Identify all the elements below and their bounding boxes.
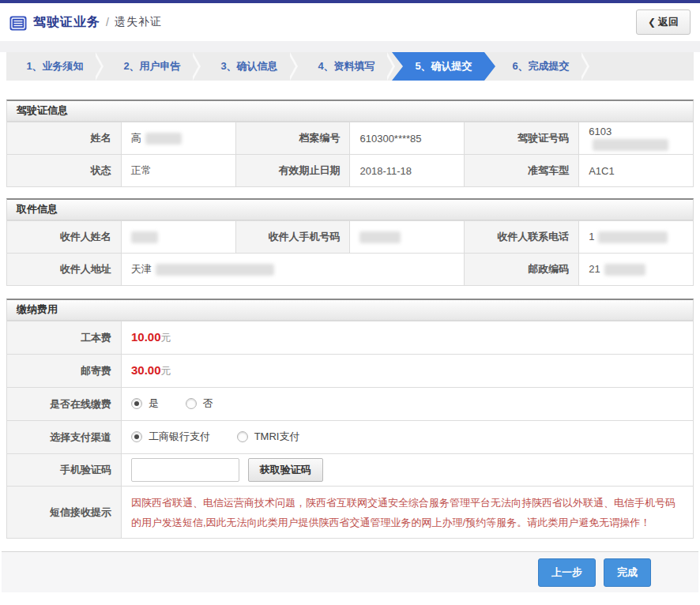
field-value-expiry-date: 2018-11-18 [350,155,465,187]
section-license-info: 驾驶证信息 姓名 高 档案编号 610300****85 驾驶证号码 6103 … [6,100,694,187]
field-value-mailing-fee: 30.00元 [122,355,694,388]
header-divider-band [0,41,700,52]
field-label-sms-code: 手机验证码 [7,454,122,487]
step-2-user-declaration: 2、用户申告 [103,52,201,81]
field-value-recipient-mobile [350,221,465,254]
field-label-production-fee: 工本费 [7,321,122,355]
section-pickup-info: 取件信息 收件人姓名 收件人手机号码 收件人联系电话 1 收件人地址 天津 邮政… [6,198,694,286]
step-3-confirm-info: 3、确认信息 [201,52,298,81]
field-label-pay-online: 是否在线缴费 [7,388,122,421]
sms-notice-text: 因陕西省联通、电信运营商技术问题，陕西省互联网交通安全综合服务管理平台无法向持陕… [131,493,683,532]
table-row: 姓名 高 档案编号 610300****85 驾驶证号码 6103 [7,122,694,155]
table-row: 工本费 10.00元 [7,321,694,355]
radio-label: 否 [203,396,213,411]
table-row: 选择支付渠道 工商银行支付 TMRI支付 [7,421,694,454]
table-row: 手机验证码 获取验证码 [7,454,694,487]
page-title: 驾驶证业务 [33,14,100,31]
field-label-file-number: 档案编号 [235,122,350,155]
field-label-status: 状态 [7,155,122,187]
footer-action-bar: 上一步 完成 [2,551,698,592]
field-value-sms-code: 获取验证码 [122,454,694,487]
radio-icon[interactable] [186,398,197,409]
field-label-recipient-phone: 收件人联系电话 [465,221,579,254]
radio-icon[interactable] [237,431,248,442]
field-label-sms-notice: 短信接收提示 [7,487,122,539]
sms-code-input[interactable] [131,458,239,482]
field-value-production-fee: 10.00元 [122,321,694,355]
breadcrumb-separator: / [106,16,109,28]
radio-icon[interactable] [131,398,142,409]
step-5-confirm-submit-active: 5、确认提交 [392,52,495,81]
table-row: 收件人姓名 收件人手机号码 收件人联系电话 1 [7,221,694,254]
table-row: 收件人地址 天津 邮政编码 21 [7,254,694,286]
redaction-blur [604,264,645,276]
radio-label: TMRI支付 [254,430,300,444]
redaction-blur [593,139,668,151]
license-form-icon [9,16,27,31]
table-row: 邮寄费 30.00元 [7,355,694,388]
chevron-left-icon: ❮ [648,17,656,28]
page: 驾驶证业务 / 遗失补证 ❮返回 1、业务须知 2、用户申告 3、确认信息 4、… [0,0,700,605]
field-value-recipient-address: 天津 [121,254,465,286]
license-info-table: 姓名 高 档案编号 610300****85 驾驶证号码 6103 状态 正常 … [6,122,694,187]
finish-button[interactable]: 完成 [604,558,651,587]
field-label-name: 姓名 [7,122,122,155]
radio-option-icbc-pay[interactable]: 工商银行支付 [131,430,210,444]
section-fees: 缴纳费用 工本费 10.00元 邮寄费 30.00元 是否在线缴费 是 否 选择… [6,299,694,539]
field-label-recipient-address: 收件人地址 [7,254,122,286]
radio-icon[interactable] [131,431,142,442]
step-bar-filler [589,52,694,81]
section-title-pickup: 取件信息 [6,198,694,220]
radio-label: 是 [149,396,159,411]
field-value-license-number: 6103 [579,122,694,155]
redaction-blur [359,231,401,243]
field-label-postal-code: 邮政编码 [465,254,579,286]
get-sms-code-button[interactable]: 获取验证码 [248,458,323,482]
radio-option-no[interactable]: 否 [186,396,213,411]
section-title-license: 驾驶证信息 [6,100,694,122]
radio-option-yes[interactable]: 是 [131,396,159,411]
field-value-payment-channel: 工商银行支付 TMRI支付 [122,421,694,454]
back-button-label: 返回 [658,16,679,28]
table-row: 状态 正常 有效期止日期 2018-11-18 准驾车型 A1C1 [7,155,694,187]
radio-option-tmri-pay[interactable]: TMRI支付 [237,430,300,444]
field-value-file-number: 610300****85 [350,122,465,155]
fees-table: 工本费 10.00元 邮寄费 30.00元 是否在线缴费 是 否 选择支付渠道 … [6,321,694,539]
fee-unit: 元 [161,365,171,377]
field-value-vehicle-class: A1C1 [579,155,694,187]
header: 驾驶证业务 / 遗失补证 ❮返回 [0,3,700,41]
previous-step-button[interactable]: 上一步 [538,558,596,587]
step-progress-bar: 1、业务须知 2、用户申告 3、确认信息 4、资料填写 5、确认提交 6、完成提… [6,52,694,81]
field-label-mailing-fee: 邮寄费 [7,355,122,388]
table-row: 短信接收提示 因陕西省联通、电信运营商技术问题，陕西省互联网交通安全综合服务管理… [7,487,694,539]
fee-amount: 30.00 [131,363,161,377]
fee-unit: 元 [161,332,171,344]
field-value-postal-code: 21 [579,254,694,286]
redaction-blur [598,231,668,243]
fee-amount: 10.00 [131,330,161,344]
step-4-fill-data: 4、资料填写 [298,52,395,81]
back-button[interactable]: ❮返回 [636,9,691,35]
field-value-pay-online: 是 否 [122,388,694,421]
field-label-expiry-date: 有效期止日期 [235,155,350,187]
step-6-complete-submit: 6、完成提交 [492,52,589,81]
field-value-sms-notice: 因陕西省联通、电信运营商技术问题，陕西省互联网交通安全综合服务管理平台无法向持陕… [122,487,694,539]
redaction-blur [131,231,158,243]
radio-label: 工商银行支付 [149,430,210,444]
field-value-recipient-name [121,221,235,254]
redaction-blur [156,264,274,276]
step-1-business-notice: 1、业务须知 [6,52,103,81]
pickup-info-table: 收件人姓名 收件人手机号码 收件人联系电话 1 收件人地址 天津 邮政编码 21 [6,220,694,286]
field-label-recipient-name: 收件人姓名 [7,221,122,254]
section-title-fees: 缴纳费用 [6,299,694,321]
field-value-status: 正常 [121,155,235,187]
field-label-vehicle-class: 准驾车型 [465,155,579,187]
breadcrumb-current: 遗失补证 [115,15,162,29]
field-label-license-number: 驾驶证号码 [465,122,579,155]
field-value-recipient-phone: 1 [579,221,694,254]
table-row: 是否在线缴费 是 否 [7,388,694,421]
field-value-name: 高 [121,122,235,155]
redaction-blur [145,133,182,145]
field-label-recipient-mobile: 收件人手机号码 [235,221,350,254]
field-label-payment-channel: 选择支付渠道 [7,421,122,454]
